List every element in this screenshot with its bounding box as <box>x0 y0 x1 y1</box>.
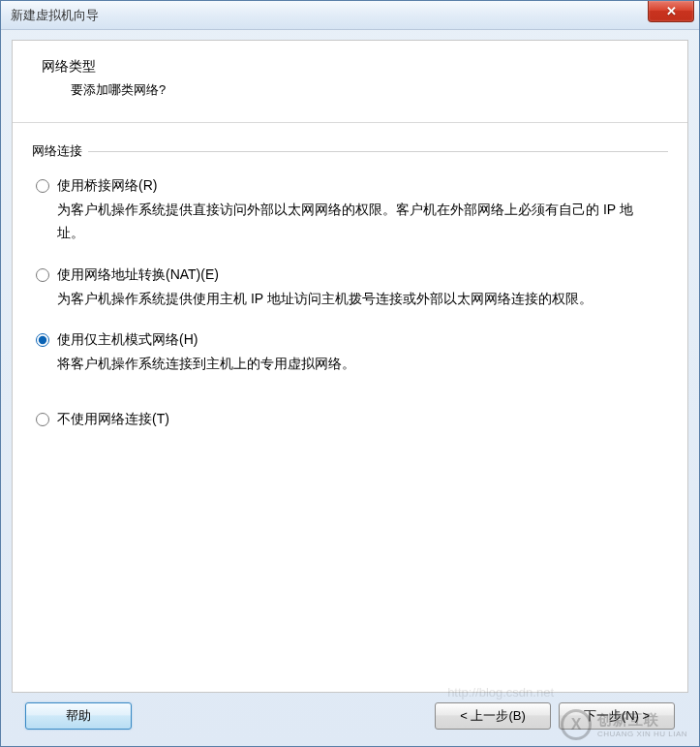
radio-bridged[interactable] <box>36 179 49 193</box>
radio-nat[interactable] <box>36 268 49 282</box>
radio-none[interactable] <box>36 413 49 426</box>
fieldset-legend: 网络连接 <box>32 142 88 160</box>
wizard-body: 网络连接 使用桥接网络(R) 为客户机操作系统提供直接访问外部以太网网络的权限。… <box>13 123 687 459</box>
radio-item-hostonly: 使用仅主机模式网络(H) 将客户机操作系统连接到主机上的专用虚拟网络。 <box>36 331 664 376</box>
back-button[interactable]: < 上一步(B) <box>435 702 551 730</box>
radio-label-bridged: 使用桥接网络(R) <box>57 177 157 195</box>
network-radio-group: 使用桥接网络(R) 为客户机操作系统提供直接访问外部以太网网络的权限。客户机在外… <box>32 177 668 428</box>
radio-item-bridged: 使用桥接网络(R) 为客户机操作系统提供直接访问外部以太网网络的权限。客户机在外… <box>36 177 664 245</box>
close-button[interactable]: ✕ <box>648 1 694 22</box>
fieldset-header: 网络连接 <box>32 142 668 160</box>
radio-item-nat: 使用网络地址转换(NAT)(E) 为客户机操作系统提供使用主机 IP 地址访问主… <box>36 266 664 311</box>
radio-row-nat[interactable]: 使用网络地址转换(NAT)(E) <box>36 266 664 284</box>
titlebar: 新建虚拟机向导 ✕ <box>1 1 699 30</box>
radio-desc-nat: 为客户机操作系统提供使用主机 IP 地址访问主机拨号连接或外部以太网网络连接的权… <box>36 288 664 311</box>
next-button[interactable]: 下一步(N) > <box>559 702 675 730</box>
window-title: 新建虚拟机向导 <box>11 7 99 24</box>
radio-row-hostonly[interactable]: 使用仅主机模式网络(H) <box>36 331 664 349</box>
wizard-header: 网络类型 要添加哪类网络? <box>13 41 687 123</box>
radio-desc-hostonly: 将客户机操作系统连接到主机上的专用虚拟网络。 <box>36 353 664 376</box>
button-bar: 帮助 < 上一步(B) 下一步(N) > <box>12 698 688 734</box>
radio-item-none: 不使用网络连接(T) <box>36 411 664 428</box>
radio-label-none: 不使用网络连接(T) <box>57 411 169 428</box>
content-panel: 网络类型 要添加哪类网络? 网络连接 使用桥接网络(R) 为客户机操作系统提供直… <box>12 40 688 693</box>
help-button[interactable]: 帮助 <box>25 702 132 730</box>
radio-row-bridged[interactable]: 使用桥接网络(R) <box>36 177 664 195</box>
fieldset-rule <box>88 151 668 152</box>
page-subtitle: 要添加哪类网络? <box>42 81 658 99</box>
radio-label-hostonly: 使用仅主机模式网络(H) <box>57 331 198 349</box>
radio-label-nat: 使用网络地址转换(NAT)(E) <box>57 266 219 284</box>
radio-desc-bridged: 为客户机操作系统提供直接访问外部以太网网络的权限。客户机在外部网络上必须有自己的… <box>36 199 664 245</box>
page-title: 网络类型 <box>42 58 658 76</box>
wizard-window: 新建虚拟机向导 ✕ 网络类型 要添加哪类网络? 网络连接 使用桥接网络(R) 为… <box>0 0 700 747</box>
radio-hostonly[interactable] <box>36 333 49 347</box>
radio-row-none[interactable]: 不使用网络连接(T) <box>36 411 664 428</box>
close-icon: ✕ <box>666 4 677 18</box>
